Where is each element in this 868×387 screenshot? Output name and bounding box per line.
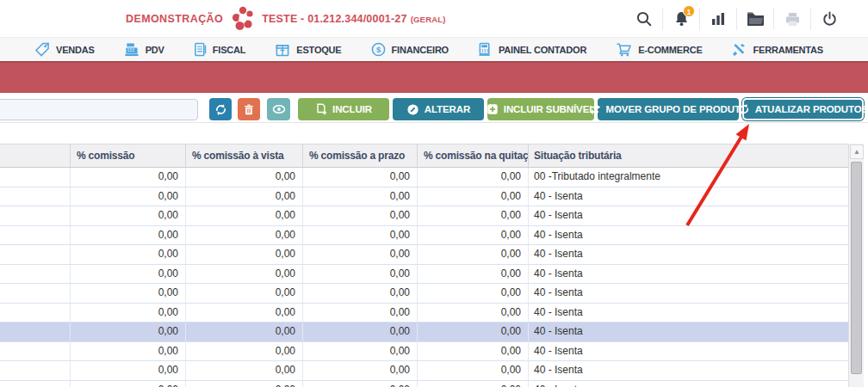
table-row[interactable]: 0,000,000,000,0040 - Isenta — [0, 187, 848, 207]
table-row[interactable]: 0,000,000,000,0040 - Isenta — [0, 245, 848, 265]
table-cell: 0,00 — [186, 168, 303, 187]
plus-square-icon — [487, 103, 499, 115]
table-cell: 0,00 — [71, 361, 186, 380]
printer-icon — [784, 11, 801, 28]
logout-button[interactable] — [811, 0, 847, 38]
table-cell: 00 -Tributado integralmente — [529, 168, 848, 187]
nav-item-pdv[interactable]: PDV — [124, 42, 164, 57]
nav-item-ferramentas[interactable]: FERRAMENTAS — [732, 42, 823, 57]
table-cell: 0,00 — [303, 168, 418, 187]
table-cell: 0,00 — [303, 187, 418, 206]
table-cell — [0, 304, 71, 322]
nav-item-estoque[interactable]: ESTOQUE — [275, 42, 341, 57]
column-header-comissao-prazo[interactable]: % comissão a prazo — [303, 144, 418, 167]
nav-item-financeiro[interactable]: $ FINANCEIRO — [371, 42, 449, 57]
table-cell — [0, 206, 71, 225]
atualizar-produtos-button[interactable]: ATUALIZAR PRODUTOS — [742, 98, 864, 120]
scroll-up-button[interactable]: ▲ — [850, 144, 864, 159]
search-icon — [636, 10, 653, 28]
pencil-circle-icon — [406, 103, 419, 116]
notifications-button[interactable]: 1 — [663, 0, 699, 38]
table-cell: 0,00 — [71, 342, 186, 361]
table-cell: 0,00 — [418, 361, 529, 380]
table-cell: 0,00 — [303, 361, 418, 380]
table-cell: 0,00 — [186, 381, 303, 387]
column-header-comissao-vista[interactable]: % comissão à vista — [186, 144, 303, 167]
column-header[interactable] — [0, 144, 71, 167]
incluir-button[interactable]: INCLUIR — [298, 98, 389, 120]
table-cell: 0,00 — [418, 342, 529, 361]
table-cell: 0,00 — [186, 342, 303, 361]
incluir-subnivel-button[interactable]: INCLUIR SUBNÍVEL — [487, 98, 594, 120]
top-header: DEMONSTRAÇÃO TESTE - 01.212.344/0001-27(… — [0, 0, 868, 38]
table-row[interactable]: 0,000,000,000,0000 -Tributado integralme… — [0, 168, 848, 187]
table-cell: 0,00 — [303, 265, 418, 284]
company-name: TESTE - 01.212.344/0001-27(GERAL) — [262, 13, 445, 25]
refresh-icon — [738, 103, 750, 115]
column-header-situacao-tributaria[interactable]: Situação tributária — [529, 144, 848, 167]
column-header-comissao[interactable]: % comissão — [71, 144, 186, 167]
table-row[interactable]: 0,000,000,000,0040 - Isenta — [0, 361, 848, 381]
column-header-comissao-quitacao[interactable]: % comissão na quitaç... — [418, 144, 529, 167]
box-icon — [275, 42, 290, 57]
section-banner — [0, 61, 868, 93]
table-cell: 0,00 — [418, 168, 529, 187]
table-cell: 0,00 — [418, 322, 529, 341]
refresh-icon — [214, 103, 227, 116]
nav-item-vendas[interactable]: VENDAS — [34, 42, 95, 57]
nav-item-ecommerce[interactable]: E-COMMERCE — [616, 42, 702, 57]
table-cell — [0, 265, 71, 284]
table-row[interactable]: 0,000,000,000,0040 - Isenta — [0, 226, 848, 246]
reports-button[interactable] — [700, 0, 736, 38]
table-cell: 0,00 — [71, 206, 186, 225]
table-cell: 40 - Isenta — [529, 245, 848, 264]
scrollbar-thumb[interactable] — [851, 162, 862, 374]
table-cell — [0, 322, 71, 341]
table-row[interactable]: 0,000,000,000,0040 - Isenta — [0, 304, 848, 323]
document-icon — [194, 42, 207, 57]
header-icon-strip: 1 — [626, 0, 847, 38]
table-row[interactable]: 0,000,000,000,0040 - Isenta — [0, 265, 848, 285]
table-row[interactable]: 0,000,000,000,0040 - Isenta — [0, 381, 848, 387]
table-cell: 0,00 — [303, 381, 418, 387]
table-row[interactable]: 0,000,000,000,0040 - Isenta — [0, 322, 848, 342]
files-button[interactable] — [737, 0, 773, 38]
table-cell: 0,00 — [303, 226, 418, 245]
table-row[interactable]: 0,000,000,000,0040 - Isenta — [0, 206, 848, 226]
table-row[interactable]: 0,000,000,000,0040 - Isenta — [0, 284, 848, 304]
delete-button[interactable] — [238, 98, 260, 120]
table-cell: 0,00 — [418, 187, 529, 206]
table-cell: 0,00 — [303, 322, 418, 341]
table-cell: 0,00 — [186, 206, 303, 225]
nav-item-fiscal[interactable]: FISCAL — [194, 42, 246, 57]
filter-input[interactable] — [0, 99, 198, 120]
table-cell: 0,00 — [303, 342, 418, 361]
vertical-scrollbar[interactable]: ▲ — [848, 144, 864, 387]
table-cell: 0,00 — [71, 187, 186, 206]
table-cell: 0,00 — [186, 284, 303, 303]
price-tag-icon — [34, 42, 50, 57]
table-cell — [0, 361, 71, 380]
table-cell: 0,00 — [418, 245, 529, 264]
dollar-circle-icon: $ — [371, 42, 386, 57]
table-cell: 0,00 — [303, 206, 418, 225]
main-nav: VENDAS PDV FISCAL ESTOQUE $ FINANCEIRO — [0, 38, 868, 61]
table-cell: 40 - Isenta — [529, 304, 848, 322]
table-row[interactable]: 0,000,000,000,0040 - Isenta — [0, 342, 848, 362]
trash-icon — [243, 103, 255, 116]
table-cell: 0,00 — [418, 381, 529, 387]
table-cell: 0,00 — [71, 265, 186, 284]
mover-grupo-button[interactable]: MOVER GRUPO DE PRODUTO — [598, 98, 739, 120]
view-button[interactable] — [267, 98, 290, 120]
nav-item-painel-contador[interactable]: PAINEL CONTADOR — [478, 42, 586, 57]
alterar-button[interactable]: ALTERAR — [393, 98, 484, 120]
table-cell: 0,00 — [303, 284, 418, 303]
print-button[interactable] — [774, 0, 810, 38]
refresh-button[interactable] — [209, 98, 232, 120]
table-cell — [0, 226, 71, 245]
table-cell — [0, 245, 71, 264]
table-cell: 0,00 — [303, 304, 418, 322]
search-button[interactable] — [626, 0, 662, 38]
table-cell: 0,00 — [186, 304, 303, 322]
table-cell: 40 - Isenta — [529, 342, 848, 361]
